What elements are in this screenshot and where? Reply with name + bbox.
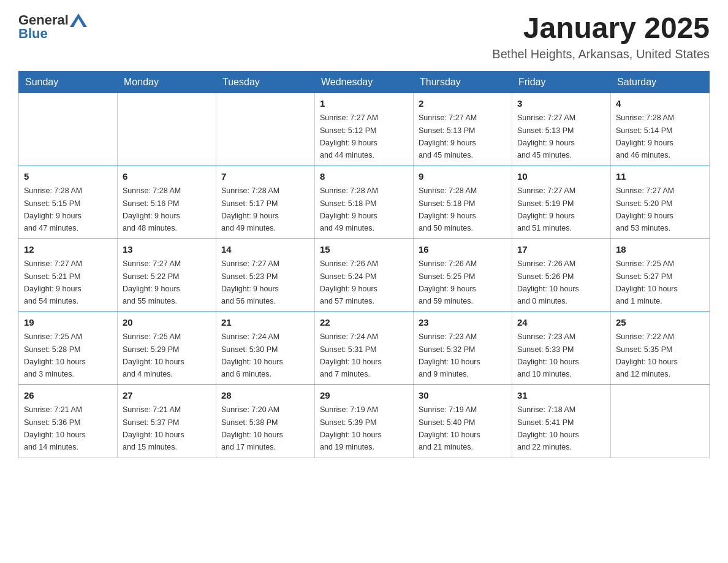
calendar-cell: 1Sunrise: 7:27 AM Sunset: 5:12 PM Daylig… <box>315 93 414 166</box>
calendar-cell: 8Sunrise: 7:28 AM Sunset: 5:18 PM Daylig… <box>315 166 414 239</box>
day-number: 16 <box>419 243 507 257</box>
day-number: 25 <box>616 316 704 330</box>
day-info: Sunrise: 7:28 AM Sunset: 5:17 PM Dayligh… <box>221 186 279 232</box>
calendar-cell: 10Sunrise: 7:27 AM Sunset: 5:19 PM Dayli… <box>512 166 611 239</box>
calendar-cell: 5Sunrise: 7:28 AM Sunset: 5:15 PM Daylig… <box>19 166 118 239</box>
calendar-week-2: 5Sunrise: 7:28 AM Sunset: 5:15 PM Daylig… <box>19 166 710 239</box>
day-number: 20 <box>123 316 211 330</box>
calendar-cell: 22Sunrise: 7:24 AM Sunset: 5:31 PM Dayli… <box>315 312 414 385</box>
day-info: Sunrise: 7:28 AM Sunset: 5:18 PM Dayligh… <box>320 186 378 232</box>
day-info: Sunrise: 7:27 AM Sunset: 5:23 PM Dayligh… <box>221 259 279 305</box>
calendar-cell: 21Sunrise: 7:24 AM Sunset: 5:30 PM Dayli… <box>216 312 315 385</box>
day-number: 12 <box>24 243 112 257</box>
calendar-cell <box>216 93 315 166</box>
calendar-cell: 6Sunrise: 7:28 AM Sunset: 5:16 PM Daylig… <box>118 166 216 239</box>
day-info: Sunrise: 7:20 AM Sunset: 5:38 PM Dayligh… <box>221 405 283 451</box>
calendar-cell: 20Sunrise: 7:25 AM Sunset: 5:29 PM Dayli… <box>118 312 216 385</box>
calendar-cell: 11Sunrise: 7:27 AM Sunset: 5:20 PM Dayli… <box>611 166 710 239</box>
day-number: 7 <box>221 170 309 184</box>
day-info: Sunrise: 7:27 AM Sunset: 5:12 PM Dayligh… <box>320 113 378 159</box>
day-info: Sunrise: 7:23 AM Sunset: 5:32 PM Dayligh… <box>419 332 480 378</box>
day-number: 17 <box>517 243 605 257</box>
calendar-cell: 9Sunrise: 7:28 AM Sunset: 5:18 PM Daylig… <box>414 166 512 239</box>
calendar-cell: 4Sunrise: 7:28 AM Sunset: 5:14 PM Daylig… <box>611 93 710 166</box>
day-info: Sunrise: 7:27 AM Sunset: 5:13 PM Dayligh… <box>419 113 477 159</box>
calendar-cell: 28Sunrise: 7:20 AM Sunset: 5:38 PM Dayli… <box>216 385 315 458</box>
day-info: Sunrise: 7:21 AM Sunset: 5:37 PM Dayligh… <box>123 405 184 451</box>
calendar-cell: 13Sunrise: 7:27 AM Sunset: 5:22 PM Dayli… <box>118 239 216 312</box>
day-number: 24 <box>517 316 605 330</box>
calendar-week-3: 12Sunrise: 7:27 AM Sunset: 5:21 PM Dayli… <box>19 239 710 312</box>
day-number: 14 <box>221 243 309 257</box>
calendar-cell <box>611 385 710 458</box>
calendar-cell: 12Sunrise: 7:27 AM Sunset: 5:21 PM Dayli… <box>19 239 118 312</box>
day-info: Sunrise: 7:25 AM Sunset: 5:28 PM Dayligh… <box>24 332 86 378</box>
day-number: 30 <box>419 389 507 403</box>
day-info: Sunrise: 7:22 AM Sunset: 5:35 PM Dayligh… <box>616 332 678 378</box>
day-info: Sunrise: 7:27 AM Sunset: 5:20 PM Dayligh… <box>616 186 674 232</box>
day-number: 26 <box>24 389 112 403</box>
page-header: General Blue January 2025 Bethel Heights… <box>18 12 710 61</box>
day-headers-row: SundayMondayTuesdayWednesdayThursdayFrid… <box>19 71 710 93</box>
day-number: 28 <box>221 389 309 403</box>
logo-triangle-icon <box>70 13 87 27</box>
calendar-cell: 18Sunrise: 7:25 AM Sunset: 5:27 PM Dayli… <box>611 239 710 312</box>
day-number: 13 <box>123 243 211 257</box>
day-number: 22 <box>320 316 408 330</box>
calendar-cell: 27Sunrise: 7:21 AM Sunset: 5:37 PM Dayli… <box>118 385 216 458</box>
calendar-cell <box>118 93 216 166</box>
day-info: Sunrise: 7:28 AM Sunset: 5:16 PM Dayligh… <box>123 186 181 232</box>
day-info: Sunrise: 7:27 AM Sunset: 5:13 PM Dayligh… <box>517 113 575 159</box>
day-info: Sunrise: 7:28 AM Sunset: 5:14 PM Dayligh… <box>616 113 674 159</box>
calendar-cell: 23Sunrise: 7:23 AM Sunset: 5:32 PM Dayli… <box>414 312 512 385</box>
day-info: Sunrise: 7:27 AM Sunset: 5:21 PM Dayligh… <box>24 259 82 305</box>
day-number: 21 <box>221 316 309 330</box>
day-number: 8 <box>320 170 408 184</box>
day-number: 15 <box>320 243 408 257</box>
day-info: Sunrise: 7:26 AM Sunset: 5:25 PM Dayligh… <box>419 259 477 305</box>
day-header-wednesday: Wednesday <box>315 71 414 93</box>
day-info: Sunrise: 7:19 AM Sunset: 5:39 PM Dayligh… <box>320 405 382 451</box>
day-number: 19 <box>24 316 112 330</box>
calendar-cell: 16Sunrise: 7:26 AM Sunset: 5:25 PM Dayli… <box>414 239 512 312</box>
month-title: January 2025 <box>492 12 710 45</box>
calendar-cell: 15Sunrise: 7:26 AM Sunset: 5:24 PM Dayli… <box>315 239 414 312</box>
day-info: Sunrise: 7:21 AM Sunset: 5:36 PM Dayligh… <box>24 405 86 451</box>
location-title: Bethel Heights, Arkansas, United States <box>492 47 710 61</box>
calendar-cell <box>19 93 118 166</box>
day-number: 4 <box>616 97 704 111</box>
calendar-cell: 19Sunrise: 7:25 AM Sunset: 5:28 PM Dayli… <box>19 312 118 385</box>
day-number: 31 <box>517 389 605 403</box>
day-info: Sunrise: 7:28 AM Sunset: 5:15 PM Dayligh… <box>24 186 82 232</box>
day-info: Sunrise: 7:25 AM Sunset: 5:29 PM Dayligh… <box>123 332 184 378</box>
day-info: Sunrise: 7:25 AM Sunset: 5:27 PM Dayligh… <box>616 259 678 305</box>
day-number: 5 <box>24 170 112 184</box>
calendar-cell: 30Sunrise: 7:19 AM Sunset: 5:40 PM Dayli… <box>414 385 512 458</box>
day-number: 3 <box>517 97 605 111</box>
day-header-thursday: Thursday <box>414 71 512 93</box>
day-info: Sunrise: 7:18 AM Sunset: 5:41 PM Dayligh… <box>517 405 579 451</box>
day-number: 23 <box>419 316 507 330</box>
logo: General Blue <box>18 12 88 42</box>
calendar-week-5: 26Sunrise: 7:21 AM Sunset: 5:36 PM Dayli… <box>19 385 710 458</box>
day-number: 27 <box>123 389 211 403</box>
day-number: 6 <box>123 170 211 184</box>
calendar-cell: 17Sunrise: 7:26 AM Sunset: 5:26 PM Dayli… <box>512 239 611 312</box>
calendar-week-1: 1Sunrise: 7:27 AM Sunset: 5:12 PM Daylig… <box>19 93 710 166</box>
day-info: Sunrise: 7:27 AM Sunset: 5:22 PM Dayligh… <box>123 259 181 305</box>
day-header-tuesday: Tuesday <box>216 71 315 93</box>
day-info: Sunrise: 7:27 AM Sunset: 5:19 PM Dayligh… <box>517 186 575 232</box>
calendar-cell: 25Sunrise: 7:22 AM Sunset: 5:35 PM Dayli… <box>611 312 710 385</box>
day-header-saturday: Saturday <box>611 71 710 93</box>
day-number: 10 <box>517 170 605 184</box>
calendar-cell: 2Sunrise: 7:27 AM Sunset: 5:13 PM Daylig… <box>414 93 512 166</box>
day-info: Sunrise: 7:19 AM Sunset: 5:40 PM Dayligh… <box>419 405 480 451</box>
calendar-week-4: 19Sunrise: 7:25 AM Sunset: 5:28 PM Dayli… <box>19 312 710 385</box>
day-number: 2 <box>419 97 507 111</box>
day-number: 9 <box>419 170 507 184</box>
day-number: 1 <box>320 97 408 111</box>
calendar-cell: 14Sunrise: 7:27 AM Sunset: 5:23 PM Dayli… <box>216 239 315 312</box>
day-number: 18 <box>616 243 704 257</box>
day-number: 11 <box>616 170 704 184</box>
day-info: Sunrise: 7:26 AM Sunset: 5:24 PM Dayligh… <box>320 259 378 305</box>
